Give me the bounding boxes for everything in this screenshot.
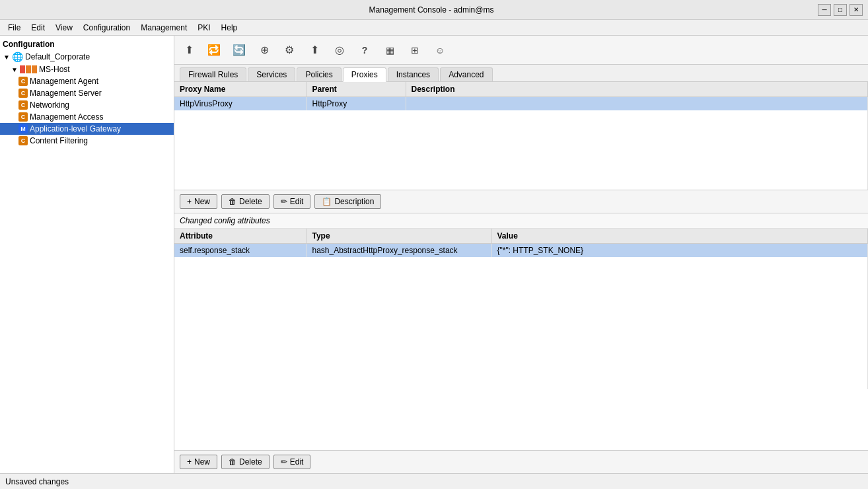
status-message: Unsaved changes (5, 477, 69, 486)
col-parent: Parent (307, 82, 406, 97)
corporate-icon: 🌐 (12, 52, 23, 62)
expand-icon: ▼ (3, 53, 11, 61)
sidebar-item-management-agent[interactable]: C Management Agent (0, 75, 174, 87)
plus-icon-bottom: + (187, 457, 192, 467)
sidebar-item-label: MS-Host (39, 65, 70, 74)
menu-pki[interactable]: PKI (192, 22, 215, 34)
sidebar-item-label: Application-level Gateway (30, 124, 121, 133)
tabs-bar: Firewall Rules Services Policies Proxies… (174, 65, 868, 82)
delete-button-top[interactable]: 🗑 Delete (221, 194, 270, 209)
menu-bar: File Edit View Configuration Management … (0, 20, 868, 36)
col-proxy-name: Proxy Name (174, 82, 307, 97)
proxies-table-container: Proxy Name Parent Description HttpVirusP… (174, 82, 868, 190)
window-title: Management Console - admin@ms (45, 5, 818, 15)
tab-services[interactable]: Services (248, 67, 295, 81)
value-cell: {"*": HTTP_STK_NONE} (491, 244, 868, 258)
badge-c: C (18, 89, 28, 98)
badge-c: C (18, 112, 28, 122)
close-button[interactable]: ✕ (850, 4, 863, 16)
expand-icon-ms: ▼ (11, 65, 18, 73)
face-button[interactable]: ☺ (428, 39, 452, 61)
menu-configuration[interactable]: Configuration (78, 22, 135, 34)
changed-config-table-container: Attribute Type Value self.response_stack… (174, 229, 868, 450)
action-bar-top: + New 🗑 Delete ✏ Edit 📋 Description (174, 190, 868, 213)
object-button[interactable]: ⊕ (252, 39, 276, 61)
help-button[interactable]: ? (353, 39, 377, 61)
status-bar: Unsaved changes (0, 473, 868, 489)
badge-c: C (18, 77, 28, 86)
tab-firewall-rules[interactable]: Firewall Rules (180, 67, 246, 81)
type-cell: hash_AbstractHttpProxy_response_stack (307, 244, 491, 258)
sidebar-item-label: Management Server (30, 89, 102, 98)
back-button[interactable]: 🔄 (227, 39, 251, 61)
configuration-label: Configuration (3, 40, 55, 49)
menu-management[interactable]: Management (135, 22, 192, 34)
config-row[interactable]: self.response_stack hash_AbstractHttpPro… (174, 244, 868, 258)
proxies-table: Proxy Name Parent Description HttpVirusP… (174, 82, 868, 190)
changed-config-header: Changed config attributes (174, 213, 868, 229)
badge-c: C (18, 100, 28, 110)
proxy-parent-cell: HttpProxy (307, 97, 406, 111)
upload-button[interactable]: ⬆ (177, 39, 201, 61)
changed-config-table: Attribute Type Value self.response_stack… (174, 229, 868, 389)
col-attribute: Attribute (174, 229, 307, 244)
menu-view[interactable]: View (50, 22, 78, 34)
sidebar-item-default-corporate[interactable]: ▼ 🌐 Default_Corporate (0, 50, 174, 63)
col-value: Value (491, 229, 868, 244)
sidebar-item-management-access[interactable]: C Management Access (0, 111, 174, 123)
monitor-button[interactable]: ◎ (328, 39, 351, 61)
edit-button-top[interactable]: ✏ Edit (273, 194, 311, 209)
badge-c: C (18, 136, 28, 145)
grid-button[interactable]: ▦ (378, 39, 402, 61)
settings-button[interactable]: ⚙ (277, 39, 301, 61)
proxy-row[interactable]: HttpVirusProxy HttpProxy (174, 97, 868, 111)
tab-instances[interactable]: Instances (388, 67, 439, 81)
edit-icon-bottom: ✏ (281, 457, 287, 467)
edit-button-bottom[interactable]: ✏ Edit (273, 455, 311, 469)
content-area: ⬆ 🔁 🔄 ⊕ ⚙ ⬆ ◎ ? ▦ ⊞ ☺ Firewall Rules Ser… (174, 36, 868, 473)
sidebar-item-ms-host[interactable]: ▼ MS-Host (0, 63, 174, 75)
empty-row-bottom (174, 257, 868, 389)
trash-icon: 🗑 (229, 197, 236, 206)
sidebar-item-label: Management Agent (30, 77, 98, 86)
sidebar-item-content-filtering[interactable]: C Content Filtering (0, 135, 174, 147)
badge-m: M (18, 124, 28, 133)
delete-button-bottom[interactable]: 🗑 Delete (221, 455, 270, 469)
restore-button[interactable]: □ (834, 4, 847, 16)
plus-icon: + (187, 197, 192, 206)
sidebar-item-label: Management Access (30, 112, 103, 122)
menu-file[interactable]: File (3, 22, 26, 34)
sidebar-item-label: Content Filtering (30, 136, 88, 145)
tab-proxies[interactable]: Proxies (343, 67, 386, 82)
tab-advanced[interactable]: Advanced (440, 67, 492, 81)
proxy-description-cell (406, 97, 868, 111)
sidebar-item-networking[interactable]: C Networking (0, 99, 174, 111)
desc-icon: 📋 (322, 197, 332, 206)
bottom-section: Changed config attributes Attribute Type… (174, 213, 868, 473)
col-description: Description (406, 82, 868, 97)
description-button-top[interactable]: 📋 Description (314, 194, 381, 209)
edit-icon: ✏ (281, 197, 287, 206)
new-button-top[interactable]: + New (180, 194, 217, 209)
sidebar-item-label: Networking (30, 100, 69, 110)
menu-edit[interactable]: Edit (26, 22, 50, 34)
new-button-bottom[interactable]: + New (180, 455, 217, 469)
proxy-name-cell: HttpVirusProxy (174, 97, 307, 111)
toolbar: ⬆ 🔁 🔄 ⊕ ⚙ ⬆ ◎ ? ▦ ⊞ ☺ (174, 36, 868, 65)
title-bar: Management Console - admin@ms ─ □ ✕ (0, 0, 868, 20)
sidebar: Configuration ▼ 🌐 Default_Corporate ▼ MS… (0, 36, 174, 473)
sidebar-item-application-gateway[interactable]: M Application-level Gateway (0, 123, 174, 135)
menu-help[interactable]: Help (216, 22, 243, 34)
forward-button[interactable]: 🔁 (202, 39, 226, 61)
update-button[interactable]: ⬆ (303, 39, 326, 61)
action-bar-bottom: + New 🗑 Delete ✏ Edit (174, 450, 868, 473)
empty-row (174, 110, 868, 190)
sidebar-item-management-server[interactable]: C Management Server (0, 87, 174, 99)
main-layout: Configuration ▼ 🌐 Default_Corporate ▼ MS… (0, 36, 868, 473)
connect-button[interactable]: ⊞ (403, 39, 427, 61)
ms-host-icons (20, 65, 37, 73)
col-type: Type (307, 229, 491, 244)
tab-policies[interactable]: Policies (297, 67, 341, 81)
minimize-button[interactable]: ─ (818, 4, 831, 16)
trash-icon-bottom: 🗑 (229, 457, 236, 467)
